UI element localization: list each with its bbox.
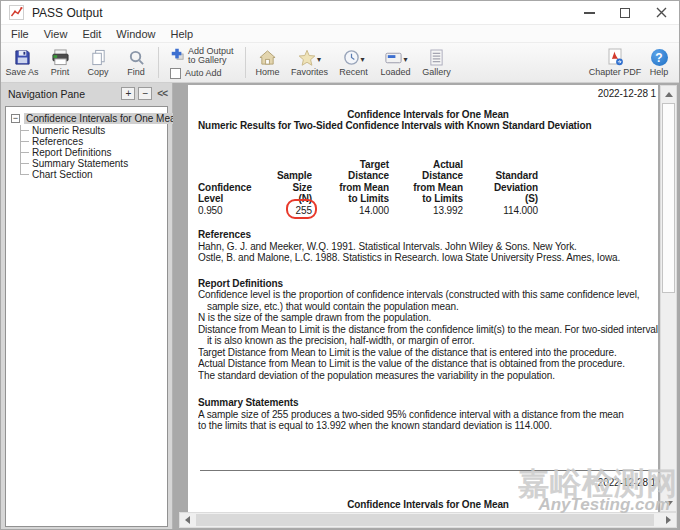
copy-icon: [90, 48, 107, 66]
help-button[interactable]: ? Help: [643, 44, 675, 81]
add-output-to-gallery-button[interactable]: Add Outputto Gallery: [170, 47, 234, 65]
navigation-tree: − Confidence Intervals for One Mean Nume…: [5, 106, 168, 527]
clock-icon: [343, 49, 360, 66]
save-icon: [14, 48, 31, 66]
sample-size-annotation-circle: [286, 199, 317, 220]
report-date: 2022-12-28 1: [198, 88, 658, 100]
toolbar-spacer: [457, 44, 587, 81]
numeric-results-table: Confidence Level 0.950 Sample Size (N) 2…: [198, 159, 658, 217]
arrow-right-icon: [666, 516, 671, 524]
navigation-pane: Navigation Pane + − << − Confidence Inte…: [1, 83, 173, 529]
gallery-list-icon: [429, 48, 444, 66]
recent-button[interactable]: ▾ Recent: [333, 44, 375, 81]
tree-item-report-definitions[interactable]: Report Definitions: [20, 147, 165, 158]
tree-item-numeric-results[interactable]: Numeric Results: [20, 125, 165, 136]
tree-item-summary-statements[interactable]: Summary Statements: [20, 158, 165, 169]
minimize-icon: [584, 12, 595, 14]
vertical-scrollbar-thumb[interactable]: [662, 103, 675, 293]
chevron-down-icon[interactable]: ▾: [317, 55, 321, 66]
summary-line: A sample size of 255 produces a two-side…: [198, 409, 658, 421]
toolbar-separator: [245, 47, 246, 78]
definition-line: Distance from Mean to Limit is the dista…: [198, 324, 658, 336]
definition-line: N is the size of the sample drawn from t…: [198, 312, 658, 324]
scroll-left-button[interactable]: [180, 513, 195, 527]
arrow-up-icon: [665, 92, 673, 97]
collapse-all-button[interactable]: −: [138, 87, 152, 100]
gallery-button[interactable]: Gallery: [417, 44, 457, 81]
pass-output-window: PASS Output File View Edit Window Help S…: [0, 0, 680, 530]
column-sample-size: Sample Size (N) 255: [260, 159, 312, 217]
arrow-left-icon: [185, 516, 190, 524]
references-heading: References: [198, 229, 658, 241]
close-button[interactable]: [643, 1, 679, 24]
tree-children: Numeric Results References Report Defini…: [20, 125, 165, 180]
menu-edit[interactable]: Edit: [82, 28, 101, 40]
tree-root-label[interactable]: Confidence Intervals for One Mean: [24, 113, 183, 124]
chapter-pdf-button[interactable]: Chapter PDF: [587, 44, 643, 81]
chevron-down-icon[interactable]: ▾: [404, 55, 408, 66]
column-standard-deviation: Standard Deviation (S) 114.000: [463, 159, 538, 217]
references-section: References Hahn, G. J. and Meeker, W.Q. …: [198, 229, 658, 264]
report-title-page2: Confidence Intervals for One Mean: [198, 499, 658, 511]
find-button[interactable]: Find: [117, 44, 155, 81]
scroll-up-button[interactable]: [661, 86, 676, 102]
scroll-right-button[interactable]: [661, 513, 676, 527]
tree-collapse-icon[interactable]: −: [11, 114, 20, 123]
expand-all-button[interactable]: +: [121, 87, 135, 100]
loaded-button[interactable]: ▾ Loaded: [375, 44, 417, 81]
print-button[interactable]: Print: [41, 44, 79, 81]
page-break-divider: [200, 470, 650, 471]
printer-icon: [51, 48, 70, 66]
home-button[interactable]: Home: [249, 44, 287, 81]
report-definitions-heading: Report Definitions: [198, 278, 658, 290]
home-icon: [258, 48, 277, 66]
maximize-button[interactable]: [607, 1, 643, 24]
toolbar: Save As Print Copy Find: [1, 43, 679, 83]
window-title: PASS Output: [32, 6, 102, 20]
menu-file[interactable]: File: [11, 28, 29, 40]
add-output-label-line2: to Gallery: [188, 55, 227, 65]
tree-connector: [20, 141, 29, 142]
plus-icon: [170, 47, 184, 65]
menu-help[interactable]: Help: [170, 28, 193, 40]
report-definitions-section: Report Definitions Confidence level is t…: [198, 278, 658, 382]
reference-line: Ostle, B. and Malone, L.C. 1988. Statist…: [198, 252, 658, 264]
star-icon: [298, 49, 316, 66]
tree-root-item[interactable]: − Confidence Intervals for One Mean: [11, 113, 165, 124]
report-subtitle: Numeric Results for Two-Sided Confidence…: [198, 120, 658, 132]
save-as-button[interactable]: Save As: [3, 44, 41, 81]
tree-connector: [20, 130, 29, 131]
definition-line: Target Distance from Mean to Limit is th…: [198, 347, 658, 359]
vertical-scrollbar[interactable]: [660, 85, 677, 512]
minimize-button[interactable]: [571, 1, 607, 24]
hide-pane-button[interactable]: <<: [157, 88, 167, 99]
horizontal-scrollbar-thumb[interactable]: [196, 514, 654, 526]
toolbar-separator: [158, 47, 159, 78]
favorites-button[interactable]: ▾ Favorites: [287, 44, 333, 81]
summary-statements-section: Summary Statements A sample size of 255 …: [198, 397, 658, 432]
auto-add-checkbox[interactable]: [170, 68, 181, 79]
tree-item-chart-section[interactable]: Chart Section: [20, 169, 165, 180]
app-icon: [9, 5, 24, 20]
menu-view[interactable]: View: [44, 28, 68, 40]
definition-line: sample size, etc.) that would contain th…: [198, 301, 658, 313]
maximize-icon: [620, 8, 630, 18]
copy-button[interactable]: Copy: [79, 44, 117, 81]
definition-line: Confidence level is the proportion of co…: [198, 289, 658, 301]
menu-window[interactable]: Window: [116, 28, 155, 40]
column-actual-distance: Actual Distance from Mean to Limits 13.9…: [389, 159, 463, 217]
auto-add-toggle[interactable]: Auto Add: [170, 68, 234, 79]
close-icon: [656, 7, 667, 18]
chevron-down-icon[interactable]: ▾: [361, 55, 365, 66]
gallery-add-group: Add Outputto Gallery Auto Add: [162, 44, 242, 81]
auto-add-label: Auto Add: [185, 69, 222, 78]
scroll-down-button[interactable]: [661, 495, 676, 511]
tree-item-references[interactable]: References: [20, 136, 165, 147]
tree-connector: [20, 152, 29, 153]
reference-line: Hahn, G. J. and Meeker, W.Q. 1991. Stati…: [198, 241, 658, 253]
column-target-distance: Target Distance from Mean to Limits 14.0…: [312, 159, 389, 217]
report-title: Confidence Intervals for One Mean: [198, 109, 658, 121]
horizontal-scrollbar[interactable]: [179, 512, 677, 528]
report-date-page2: 2022-12-28 1: [198, 477, 658, 489]
tree-connector: [20, 163, 29, 164]
